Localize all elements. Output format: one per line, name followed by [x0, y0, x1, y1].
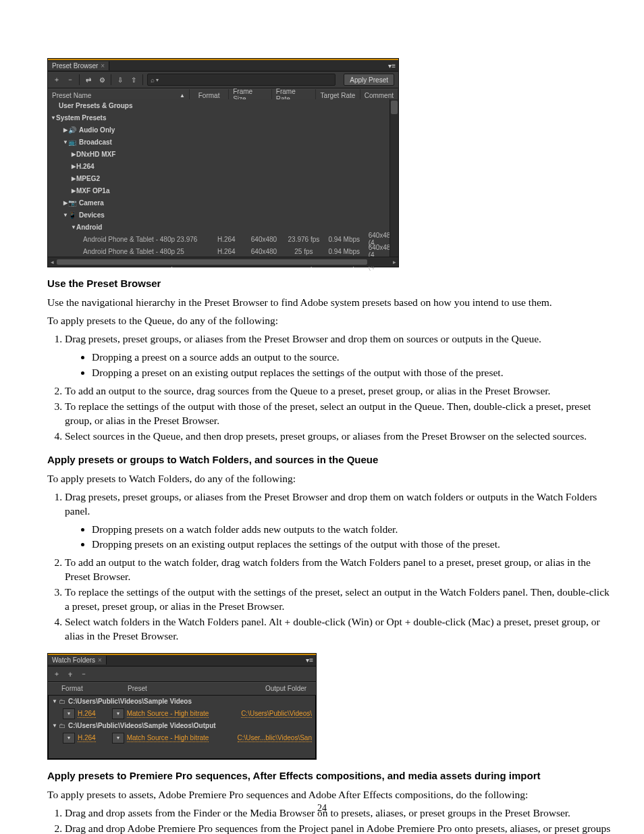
watch-folder-path: C:\Users\Public\Videos\Sample Videos\Out…	[68, 722, 216, 729]
tree-group-system-presets[interactable]: ▼System Presets	[48, 111, 398, 124]
remove-icon[interactable]: －	[79, 669, 88, 679]
watch-folder-row[interactable]: ▼ 🗀 C:\Users\Public\Videos\Sample Videos…	[48, 720, 316, 732]
tree-item-h264[interactable]: ▶H.264	[48, 160, 398, 172]
preset-row[interactable]: Android Phone & Tablet - 480p 25 H.264 6…	[48, 245, 398, 257]
separator	[111, 74, 111, 85]
disclosure-open-icon: ▼	[52, 698, 57, 704]
watch-folders-toolbar: ＋ ＋▫ －	[48, 667, 316, 682]
preset-browser-panel: Preset Browser× ▾≡ ＋ － ⇄ ⚙ ⇩ ⇧ ⌕ ▾ Apply…	[47, 58, 399, 267]
preset-dropdown[interactable]: ▾	[112, 733, 124, 744]
panel-menu-icon[interactable]: ▾≡	[388, 62, 396, 70]
tab-label: Preset Browser	[52, 62, 98, 70]
paragraph: Use the navigational hierarchy in the Pr…	[47, 296, 613, 310]
ordered-list: Drag presets, preset groups, or aliases …	[65, 332, 613, 443]
list-item: Drag presets, preset groups, or aliases …	[65, 490, 613, 552]
scrollbar-thumb[interactable]	[391, 101, 398, 114]
format-link[interactable]: H.264	[78, 734, 96, 742]
search-input[interactable]: ⌕ ▾	[147, 74, 336, 86]
document-text: Use the Preset Browser Use the navigatio…	[47, 277, 613, 644]
tree-item-devices[interactable]: ▼📱Devices	[48, 209, 398, 221]
tree-item-camera[interactable]: ▶📷Camera	[48, 197, 398, 209]
watch-folder-row[interactable]: ▼ 🗀 C:\Users\Public\Videos\Sample Videos	[48, 696, 316, 708]
watch-folders-panel: Watch Folders× ▾≡ ＋ ＋▫ － Format Preset O…	[47, 653, 317, 760]
disclosure-closed-icon: ▶	[71, 163, 76, 170]
add-watch-folder-icon[interactable]: ＋	[52, 669, 61, 679]
tree-item-mpeg2[interactable]: ▶MPEG2	[48, 172, 398, 184]
apply-preset-button[interactable]: Apply Preset	[344, 74, 394, 86]
folder-icon: 🗀	[59, 722, 65, 729]
preset-row[interactable]: Android Phone & Tablet - 480p 23.976 H.2…	[48, 233, 398, 245]
search-icon: ⌕	[151, 76, 155, 84]
preset-link[interactable]: Match Source - High bitrate	[127, 734, 209, 742]
tree-item-audio-only[interactable]: ▶🔊Audio Only	[48, 124, 398, 136]
separator	[142, 74, 143, 85]
tree-item-broadcast[interactable]: ▼📺Broadcast	[48, 136, 398, 148]
paragraph: To apply presets to assets, Adobe Premie…	[47, 788, 613, 802]
list-item: To add an output to the watch folder, dr…	[65, 556, 613, 584]
tv-icon: 📺	[68, 138, 76, 145]
folder-icon: 🗀	[59, 698, 65, 705]
disclosure-closed-icon: ▶	[71, 151, 76, 157]
preset-toolbar: ＋ － ⇄ ⚙ ⇩ ⇧ ⌕ ▾ Apply Preset	[48, 72, 398, 88]
document-text: Apply presets to Premiere Pro sequences,…	[47, 769, 613, 834]
list-item: Dropping a preset on an existing output …	[92, 366, 613, 380]
ordered-list: Drag presets, preset groups, or aliases …	[65, 490, 613, 644]
tree-group-user-presets[interactable]: User Presets & Groups	[48, 99, 398, 111]
add-output-icon[interactable]: ＋▫	[65, 669, 75, 679]
close-icon[interactable]: ×	[101, 62, 105, 70]
remove-icon[interactable]: －	[65, 75, 75, 84]
camera-icon: 📷	[68, 199, 76, 206]
heading-apply-presets-import: Apply presets to Premiere Pro sequences,…	[47, 769, 613, 783]
disclosure-open-icon: ▼	[71, 224, 76, 230]
preset-browser-tab[interactable]: Preset Browser×	[48, 61, 109, 70]
disclosure-open-icon: ▼	[63, 139, 68, 145]
export-icon[interactable]: ⇧	[129, 75, 138, 84]
list-item: To replace the settings of the output wi…	[65, 585, 613, 614]
list-item: Dropping presets on an existing output r…	[92, 538, 613, 552]
output-folder-link[interactable]: C:\Users\Public\Videos\	[241, 710, 312, 718]
format-dropdown[interactable]: ▾	[63, 708, 75, 719]
panel-menu-icon[interactable]: ▾≡	[306, 656, 313, 664]
close-icon[interactable]: ×	[98, 656, 102, 664]
list-item: Dropping a preest on a source adds an ou…	[92, 350, 613, 365]
device-icon: 📱	[68, 211, 76, 218]
scroll-right-icon[interactable]: ▸	[390, 259, 398, 265]
output-folder-link[interactable]: C:\User...blic\Videos\San	[238, 734, 312, 742]
tab-label: Watch Folders	[52, 656, 95, 664]
format-link[interactable]: H.264	[78, 710, 96, 718]
watch-folder-path: C:\Users\Public\Videos\Sample Videos	[68, 698, 192, 705]
disclosure-closed-icon: ▶	[71, 176, 76, 182]
tree-item-dnxhd[interactable]: ▶DNxHD MXF	[48, 148, 398, 160]
scrollbar-thumb[interactable]	[57, 259, 367, 265]
tree-item-mxfop1a[interactable]: ▶MXF OP1a	[48, 184, 398, 197]
preset-link[interactable]: Match Source - High bitrate	[127, 710, 209, 718]
paragraph: To apply presets to the Queue, do any of…	[47, 314, 613, 328]
col-preset-name[interactable]: Preset Name	[52, 92, 91, 99]
chevron-down-icon[interactable]: ▾	[156, 77, 159, 83]
tree-item-android[interactable]: ▼Android	[48, 221, 398, 233]
col-preset[interactable]: Preset	[124, 683, 261, 695]
import-icon[interactable]: ⇩	[115, 75, 125, 84]
col-format[interactable]: Format	[48, 683, 124, 695]
col-output-folder[interactable]: Output Folder	[261, 683, 316, 695]
settings-icon[interactable]: ⚙	[97, 75, 107, 84]
disclosure-open-icon: ▼	[63, 212, 68, 218]
sync-icon[interactable]: ⇄	[84, 75, 93, 84]
format-dropdown[interactable]: ▾	[63, 733, 75, 744]
list-item: Select sources in the Queue, and then dr…	[65, 429, 613, 444]
preset-tree: User Presets & Groups ▼System Presets ▶🔊…	[48, 99, 398, 267]
separator	[79, 74, 80, 85]
watch-folder-output-row[interactable]: ▾ H.264 ▾ Match Source - High bitrate C:…	[48, 708, 316, 720]
scroll-left-icon[interactable]: ◂	[48, 259, 56, 265]
watch-folders-tab[interactable]: Watch Folders×	[48, 656, 107, 664]
sort-asc-icon[interactable]: ▲	[180, 93, 185, 99]
watch-folders-header: Format Preset Output Folder	[48, 682, 316, 696]
page-number: 24	[0, 803, 644, 814]
add-icon[interactable]: ＋	[52, 75, 61, 84]
list-item: To add an output to the source, drag sou…	[65, 384, 613, 398]
list-item: To replace the settings of the output wi…	[65, 400, 613, 428]
preset-dropdown[interactable]: ▾	[112, 708, 124, 719]
horizontal-scrollbar[interactable]: ◂ ▸	[48, 257, 398, 267]
vertical-scrollbar[interactable]	[390, 99, 398, 257]
watch-folder-output-row[interactable]: ▾ H.264 ▾ Match Source - High bitrate C:…	[48, 732, 316, 744]
